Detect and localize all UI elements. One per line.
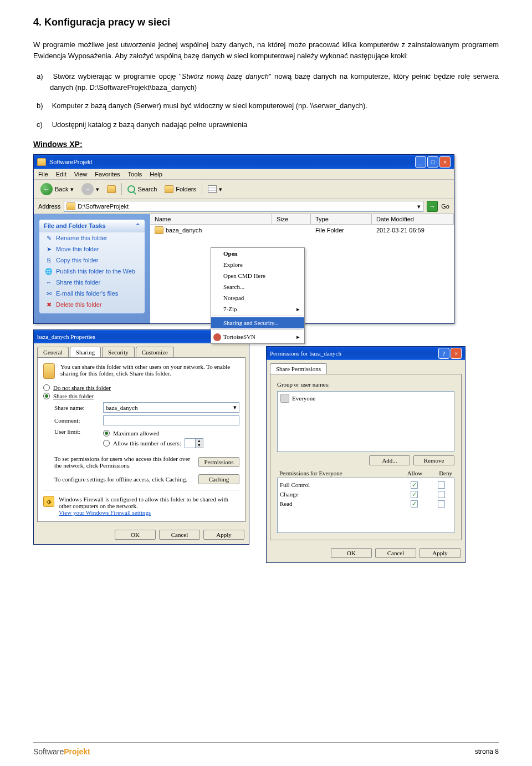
tab-share-permissions[interactable]: Share Permissions (270, 363, 327, 374)
side-item-email[interactable]: ✉E-mail this folder's files (39, 288, 145, 299)
checkbox-deny[interactable] (438, 500, 445, 508)
add-button[interactable]: Add... (369, 455, 410, 465)
file-row[interactable]: baza_danych File Folder 2012-03-21 06:59 (150, 225, 454, 236)
checkbox-allow[interactable]: ✓ (411, 481, 418, 489)
cancel-button[interactable]: Cancel (159, 530, 200, 540)
menu-edit[interactable]: Edit (56, 171, 66, 177)
perm-row-full: Full Control ✓ (280, 480, 452, 490)
remove-button[interactable]: Remove (413, 455, 454, 465)
radio-allow-number[interactable]: Allow this number of users: ▲▼ (103, 438, 203, 448)
tortoise-icon (213, 333, 221, 341)
close-button[interactable]: × (451, 348, 462, 359)
forward-button[interactable]: →▾ (79, 182, 101, 196)
comment-label: Comment: (54, 417, 99, 424)
collapse-icon[interactable]: ⌃ (135, 222, 140, 230)
user-everyone[interactable]: Everyone (279, 393, 452, 403)
col-modified[interactable]: Date Modified (372, 214, 454, 224)
radio-icon (43, 384, 50, 391)
folders-label: Folders (176, 186, 196, 192)
spin-up-icon[interactable]: ▲ (196, 439, 203, 443)
share-name-input[interactable]: baza_danych▾ (103, 402, 239, 413)
tab-customize[interactable]: Customize (136, 347, 174, 357)
folder-icon (155, 226, 163, 234)
users-listbox[interactable]: Everyone (277, 391, 454, 452)
user-count-spinner[interactable]: ▲▼ (185, 438, 203, 448)
tab-sharing[interactable]: Sharing (70, 347, 101, 357)
menu-file[interactable]: File (38, 171, 48, 177)
checkbox-allow[interactable]: ✓ (411, 491, 418, 498)
logo-software: Software (33, 747, 64, 756)
col-size[interactable]: Size (272, 214, 311, 224)
view-button[interactable]: ▾ (206, 184, 224, 194)
menu-favorites[interactable]: Favorites (95, 171, 120, 177)
maximize-button[interactable]: □ (427, 156, 438, 168)
up-button[interactable] (105, 184, 118, 194)
col-type[interactable]: Type (311, 214, 372, 224)
caching-button[interactable]: Caching (198, 474, 239, 484)
ctx-search[interactable]: Search... (211, 281, 304, 292)
close-button[interactable]: × (439, 156, 451, 168)
apply-button[interactable]: Apply (420, 548, 461, 558)
spin-down-icon[interactable]: ▼ (196, 443, 203, 448)
dropdown-icon: ▾ (70, 186, 74, 193)
side-item-label: Delete this folder (56, 301, 102, 308)
permissions-button[interactable]: Permissions (198, 457, 239, 467)
tab-security[interactable]: Security (102, 347, 135, 357)
side-item-copy[interactable]: ⎘Copy this folder (39, 255, 145, 266)
side-item-move[interactable]: ➤Move this folder (39, 244, 145, 255)
side-panel-header[interactable]: File and Folder Tasks ⌃ (39, 220, 145, 232)
address-input[interactable]: D:\SoftwareProjekt ▾ (64, 201, 423, 212)
menu-view[interactable]: View (74, 171, 88, 177)
radio-no-share[interactable]: Do not share this folder (43, 384, 239, 391)
side-item-share[interactable]: ↔Share this folder (39, 277, 145, 288)
address-bar: Address D:\SoftwareProjekt ▾ → Go (34, 199, 454, 214)
explorer-titlebar[interactable]: SoftwareProjekt _ □ × (34, 155, 454, 169)
apply-button[interactable]: Apply (203, 530, 244, 540)
perms-titlebar[interactable]: Permissions for baza_danych ? × (267, 347, 465, 360)
checkbox-deny[interactable] (438, 481, 445, 489)
chevron-down-icon[interactable]: ▾ (417, 203, 421, 210)
checkbox-allow[interactable]: ✓ (411, 500, 418, 508)
folder-icon (66, 202, 75, 210)
share-icon: ↔ (45, 278, 53, 286)
perms-title: Permissions for baza_danych (270, 350, 341, 357)
side-item-rename[interactable]: ✎Rename this folder (39, 232, 145, 244)
perm-row-read: Read ✓ (280, 499, 452, 509)
ctx-open[interactable]: Open (211, 248, 304, 259)
menu-help[interactable]: Help (150, 171, 162, 177)
comment-input[interactable] (103, 415, 239, 425)
firewall-link[interactable]: View your Windows Firewall settings (59, 509, 239, 516)
allow-num-label: Allow this number of users: (113, 440, 181, 447)
help-button[interactable]: ? (438, 348, 449, 359)
col-name[interactable]: Name (150, 214, 272, 224)
side-item-label: Share this folder (56, 279, 100, 286)
side-item-publish[interactable]: 🌐Publish this folder to the Web (39, 266, 145, 277)
deny-label: Deny (439, 470, 452, 476)
ctx-sharing[interactable]: Sharing and Security... (211, 317, 304, 328)
ctx-notepad[interactable]: Notepad (211, 292, 304, 303)
caching-text: To configure settings for offline access… (54, 476, 194, 483)
radio-yes-label: Share this folder (53, 393, 94, 399)
chevron-down-icon[interactable]: ▾ (233, 404, 237, 411)
props-body: You can share this folder with other use… (37, 357, 245, 522)
cancel-button[interactable]: Cancel (375, 548, 416, 558)
back-label: Back (55, 186, 68, 192)
radio-share[interactable]: Share this folder (43, 393, 239, 399)
menu-tools[interactable]: Tools (128, 171, 142, 177)
tab-general[interactable]: General (37, 347, 69, 357)
back-button[interactable]: ← Back ▾ (38, 182, 76, 196)
ok-button[interactable]: OK (331, 548, 372, 558)
checkbox-deny[interactable] (438, 491, 445, 498)
search-button[interactable]: Search (125, 184, 159, 194)
minimize-button[interactable]: _ (415, 156, 426, 168)
ctx-7zip[interactable]: 7-Zip (211, 303, 304, 314)
side-item-delete[interactable]: ✖Delete this folder (39, 299, 145, 310)
step-c-label: c) (37, 119, 50, 130)
ctx-cmd[interactable]: Open CMD Here (211, 270, 304, 281)
ok-button[interactable]: OK (115, 530, 156, 540)
radio-max-allowed[interactable]: Maximum allowed (103, 430, 203, 437)
ctx-tortoisesvn[interactable]: TortoiseSVN (211, 331, 304, 343)
folders-button[interactable]: Folders (162, 184, 198, 194)
go-button[interactable]: → (427, 201, 438, 212)
ctx-explore[interactable]: Explore (211, 259, 304, 270)
